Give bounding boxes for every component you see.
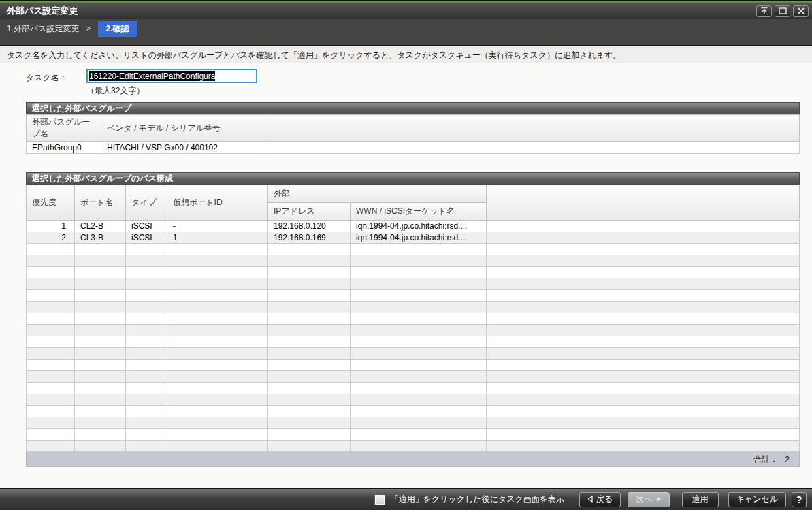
apply-button-label: 適用: [692, 494, 709, 505]
empty-cell: [75, 383, 126, 394]
empty-cell: [167, 406, 268, 417]
instruction-text: タスク名を入力してください。リストの外部パスグループとパスを確認して「適用」をク…: [0, 46, 812, 63]
empty-cell: [268, 360, 351, 371]
empty-cell: [167, 278, 268, 290]
empty-cell: [351, 406, 487, 417]
empty-cell: [167, 336, 268, 348]
maximize-button[interactable]: [775, 5, 790, 17]
empty-cell: [167, 360, 268, 371]
wizard-step-separator: >: [86, 24, 91, 33]
rollup-button[interactable]: [756, 5, 772, 17]
empty-cell: [75, 267, 126, 278]
task-name-label: タスク名：: [26, 69, 86, 97]
empty-cell: [27, 441, 75, 452]
empty-cell: [268, 336, 351, 348]
empty-cell: [75, 441, 126, 452]
empty-cell: [167, 255, 268, 267]
empty-cell: [351, 429, 487, 441]
empty-cell: [167, 441, 268, 452]
column-header-group-name: 外部パスグループ名: [27, 115, 101, 142]
task-name-value: 161220-EditExternalPathConfigura: [89, 71, 215, 81]
empty-cell: [27, 383, 75, 394]
path-table-empty-row: [27, 278, 800, 290]
empty-cell: [126, 290, 167, 302]
cell-ip-address: 192.168.0.169: [268, 232, 351, 244]
wizard-step-2-active: 2.確認: [98, 21, 137, 37]
empty-cell: [268, 371, 351, 383]
empty-cell: [487, 417, 800, 429]
empty-cell: [167, 267, 268, 278]
wizard-steps: 1.外部パス設定変更 > 2.確認: [0, 19, 812, 46]
back-button-label: 戻る: [596, 494, 613, 505]
empty-cell: [126, 429, 167, 441]
next-button-label: 次へ: [636, 494, 652, 505]
empty-cell: [487, 313, 800, 325]
help-button[interactable]: ?: [792, 492, 807, 507]
empty-cell: [126, 383, 167, 394]
empty-cell: [351, 278, 487, 290]
empty-cell: [75, 348, 126, 360]
cell-priority: 2: [27, 232, 75, 244]
empty-cell: [268, 313, 351, 325]
empty-cell: [351, 255, 487, 267]
empty-cell: [351, 267, 487, 278]
empty-cell: [27, 394, 75, 406]
empty-cell: [27, 302, 75, 313]
task-name-input[interactable]: 161220-EditExternalPathConfigura: [86, 69, 257, 83]
rollup-icon: [760, 5, 768, 17]
task-name-field-group: 161220-EditExternalPathConfigura （最大32文字…: [86, 69, 257, 97]
show-task-screen-checkbox-label[interactable]: 「適用」をクリックした後にタスク画面を表示: [391, 494, 564, 505]
empty-cell: [268, 383, 351, 394]
empty-cell: [27, 244, 75, 255]
total-value: 2: [785, 455, 790, 464]
empty-cell: [268, 348, 351, 360]
empty-cell: [75, 313, 126, 325]
empty-cell: [487, 348, 800, 360]
cell-ip-address: 192.168.0.120: [268, 221, 351, 232]
empty-cell: [27, 255, 75, 267]
empty-cell: [126, 278, 167, 290]
empty-cell: [27, 348, 75, 360]
cell-priority: 1: [27, 221, 75, 232]
cell-filler: [487, 221, 800, 232]
cell-type: iSCSI: [126, 232, 167, 244]
empty-cell: [487, 278, 800, 290]
cancel-button-label: キャンセル: [736, 494, 778, 505]
empty-cell: [27, 406, 75, 417]
empty-cell: [167, 348, 268, 360]
column-header-external: 外部: [268, 185, 487, 203]
empty-cell: [268, 325, 351, 336]
wizard-step-1: 1.外部パス設定変更: [7, 23, 80, 35]
cell-virtual-port-id: -: [167, 221, 268, 232]
apply-button[interactable]: 適用: [682, 492, 719, 507]
empty-cell: [487, 383, 800, 394]
maximize-icon: [779, 5, 787, 17]
column-header-ip-address: IPアドレス: [268, 203, 351, 221]
empty-cell: [351, 441, 487, 452]
empty-cell: [351, 371, 487, 383]
path-table-empty-row: [27, 255, 800, 267]
empty-cell: [268, 244, 351, 255]
empty-cell: [75, 278, 126, 290]
empty-cell: [487, 371, 800, 383]
empty-cell: [126, 267, 167, 278]
empty-cell: [351, 244, 487, 255]
cell-port: CL2-B: [75, 221, 126, 232]
empty-cell: [351, 383, 487, 394]
path-table-empty-row: [27, 244, 800, 255]
show-task-screen-checkbox[interactable]: [375, 495, 385, 505]
path-table-empty-row: [27, 267, 800, 278]
empty-cell: [75, 371, 126, 383]
back-button[interactable]: 戻る: [579, 492, 621, 507]
empty-cell: [75, 406, 126, 417]
empty-cell: [487, 302, 800, 313]
path-table-empty-row: [27, 313, 800, 325]
empty-cell: [75, 394, 126, 406]
next-arrow-icon: [656, 495, 662, 505]
title-bar: 外部パス設定変更: [0, 3, 812, 19]
path-table-empty-row: [27, 417, 800, 429]
close-button[interactable]: [793, 5, 809, 17]
next-button[interactable]: 次へ: [628, 492, 669, 507]
cell-port: CL3-B: [75, 232, 126, 244]
cancel-button[interactable]: キャンセル: [728, 492, 786, 507]
